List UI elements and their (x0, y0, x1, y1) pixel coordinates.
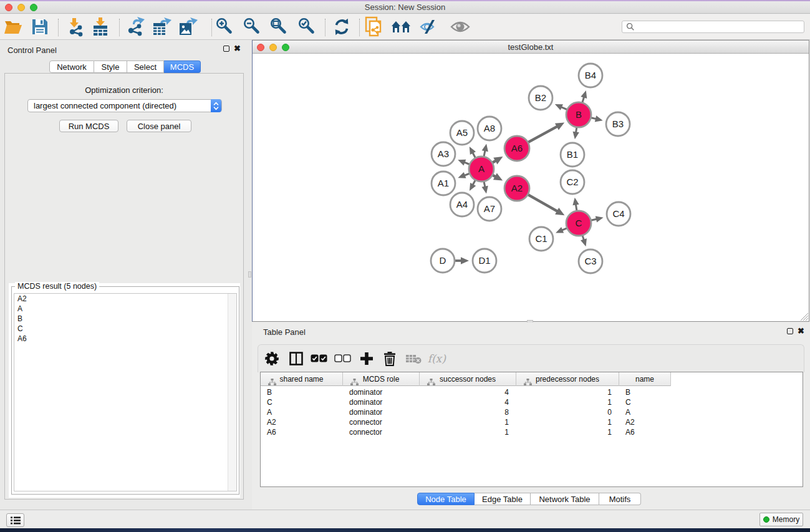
memory-button[interactable]: Memory (759, 513, 803, 526)
mcds-result-item[interactable]: B (14, 314, 236, 324)
edge-C-C2[interactable] (576, 205, 577, 211)
edge-B-B2[interactable] (561, 107, 567, 110)
float-panel-icon[interactable] (223, 46, 229, 52)
zoom-out-icon[interactable] (241, 16, 264, 38)
delete-table-icon[interactable] (403, 348, 424, 369)
mcds-result-item[interactable]: A2 (14, 294, 236, 304)
cell-shared_name[interactable]: A2 (267, 417, 276, 427)
cell-successor_nodes[interactable]: 4 (420, 387, 509, 397)
cell-mcds_role[interactable]: connector (349, 427, 382, 437)
zoom-selected-region-icon[interactable] (296, 16, 319, 38)
function-builder-icon[interactable]: f(x) (427, 348, 448, 369)
cell-name[interactable]: A (625, 407, 630, 417)
first-neighbors-icon[interactable] (390, 16, 413, 38)
run-mcds-button[interactable]: Run MCDS (59, 120, 118, 132)
export-table-icon[interactable] (151, 16, 173, 38)
column-header-successor-nodes[interactable]: successor nodes (420, 372, 516, 386)
table-row[interactable]: Adominator80A (261, 407, 803, 417)
cell-shared_name[interactable]: C (267, 397, 272, 407)
table-row[interactable]: A2connector11A2 (261, 417, 803, 427)
table-row[interactable]: A6connector11A6 (261, 427, 803, 437)
table-tab-network-table[interactable]: Network Table (531, 493, 599, 505)
cell-name[interactable]: A2 (625, 417, 635, 427)
close-table-panel-icon[interactable]: ✖ (798, 327, 804, 334)
app-titlebar[interactable]: Session: New Session (0, 0, 810, 14)
status-menu-button[interactable] (6, 513, 24, 527)
mcds-result-item[interactable]: A (14, 304, 236, 314)
cell-successor_nodes[interactable]: 1 (420, 427, 509, 437)
save-session-icon[interactable] (29, 16, 51, 38)
column-header-shared-name[interactable]: shared name (261, 372, 343, 386)
edge-C-C3[interactable] (582, 236, 584, 240)
cell-name[interactable]: C (625, 397, 631, 407)
table-settings-icon[interactable] (261, 348, 282, 369)
control-tab-mcds[interactable]: MCDS (164, 60, 201, 73)
control-tab-select[interactable]: Select (127, 60, 164, 73)
cell-shared_name[interactable]: A (267, 407, 272, 417)
zoom-in-icon[interactable] (214, 16, 236, 38)
float-table-panel-icon[interactable] (787, 328, 793, 334)
network-canvas[interactable]: B4B2BB3A5A8A6B1A3AA1C2A2A4A7C4CC1C3DD1 (253, 54, 809, 321)
table-tab-edge-table[interactable]: Edge Table (475, 493, 531, 505)
import-network-from-file-icon[interactable] (64, 16, 86, 38)
column-header-MCDS-role[interactable]: MCDS role (343, 372, 420, 386)
zoom-fit-content-icon[interactable] (268, 16, 291, 38)
cell-predecessor_nodes[interactable]: 1 (516, 387, 612, 397)
edge-A-A4[interactable] (473, 180, 475, 185)
column-header-name[interactable]: name (619, 372, 671, 386)
close-panel-button[interactable]: Close panel (127, 120, 191, 132)
criterion-dropdown[interactable]: largest connected component (directed) (27, 99, 222, 112)
mcds-result-list[interactable]: A2ABCA6 (14, 293, 237, 491)
add-column-icon[interactable] (356, 348, 377, 369)
search-field[interactable] (622, 21, 804, 33)
close-panel-icon[interactable]: ✖ (234, 45, 241, 52)
import-table-from-file-icon[interactable] (89, 16, 112, 38)
split-divider-grip-vertical[interactable] (248, 271, 251, 278)
cell-successor_nodes[interactable]: 1 (420, 417, 509, 427)
edge-A-A1[interactable] (465, 173, 470, 175)
column-header-predecessor-nodes[interactable]: predecessor nodes (516, 372, 619, 386)
cell-shared_name[interactable]: A6 (267, 427, 276, 437)
hide-selected-icon[interactable] (418, 16, 440, 38)
table-row[interactable]: Bdominator41B (261, 387, 803, 397)
edge-B-B1[interactable] (576, 127, 577, 132)
export-image-icon[interactable] (177, 16, 200, 38)
deselect-all-rows-icon[interactable] (332, 348, 353, 369)
edge-C-C4[interactable] (591, 219, 597, 220)
split-table-icon[interactable] (286, 348, 307, 369)
cell-mcds_role[interactable]: dominator (349, 397, 382, 407)
apply-preferred-layout-icon[interactable] (330, 16, 353, 38)
cell-shared_name[interactable]: B (267, 387, 272, 397)
cell-predecessor_nodes[interactable]: 1 (516, 427, 612, 437)
edge-A-A5[interactable] (473, 153, 475, 158)
cell-name[interactable]: A6 (625, 427, 635, 437)
cell-mcds_role[interactable]: dominator (349, 407, 382, 417)
mcds-result-item[interactable]: C (14, 324, 236, 334)
edge-A6-B[interactable] (528, 127, 557, 143)
show-all-nodes-edges-icon[interactable] (449, 16, 471, 38)
cell-successor_nodes[interactable]: 4 (420, 397, 509, 407)
export-network-icon[interactable] (124, 16, 147, 38)
edge-A2-C[interactable] (528, 195, 557, 211)
edge-A-A3[interactable] (465, 162, 470, 164)
edge-A-A8[interactable] (484, 150, 485, 157)
result-list-scrollbar[interactable] (228, 294, 236, 491)
create-network-view-icon[interactable] (363, 16, 385, 38)
cell-successor_nodes[interactable]: 8 (420, 407, 509, 417)
delete-columns-icon[interactable] (379, 348, 400, 369)
edge-B-B4[interactable] (582, 97, 584, 102)
window-resize-grip[interactable] (799, 311, 808, 321)
table-tab-node-table[interactable]: Node Table (417, 493, 475, 505)
cell-predecessor_nodes[interactable]: 0 (516, 407, 612, 417)
control-tab-network[interactable]: Network (49, 60, 94, 73)
cell-predecessor_nodes[interactable]: 1 (516, 417, 612, 427)
table-tab-motifs[interactable]: Motifs (599, 493, 641, 505)
cell-name[interactable]: B (625, 387, 630, 397)
table-row[interactable]: Cdominator41C (261, 397, 803, 407)
search-input[interactable] (635, 22, 804, 32)
select-all-rows-icon[interactable] (308, 348, 329, 369)
cell-mcds_role[interactable]: connector (349, 417, 382, 427)
mcds-result-item[interactable]: A6 (14, 334, 236, 344)
open-session-icon[interactable] (2, 16, 24, 38)
network-window-titlebar[interactable]: testGlobe.txt (253, 41, 809, 54)
